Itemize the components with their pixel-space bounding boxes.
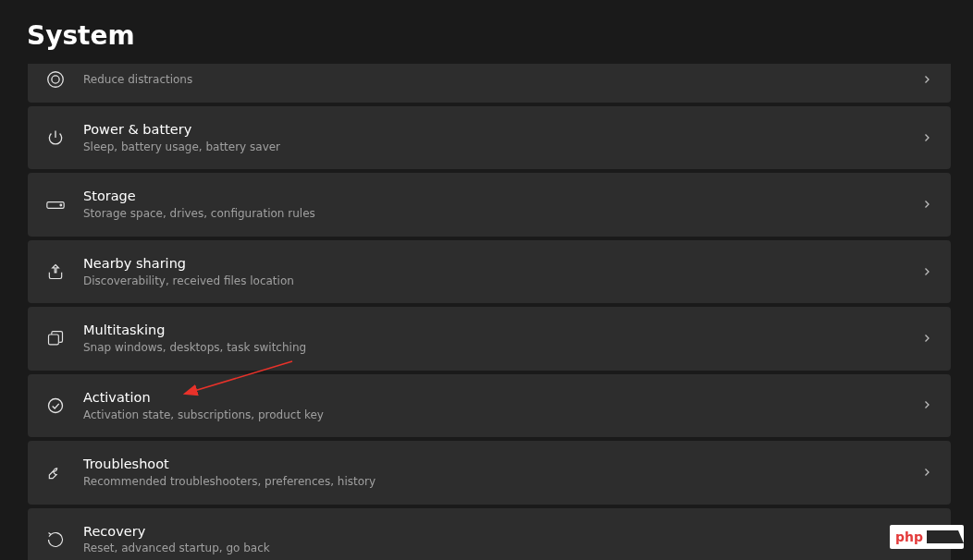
settings-item-title: Troubleshoot [83, 456, 921, 473]
settings-list: Reduce distractions Power & battery Slee… [0, 64, 973, 560]
svg-point-5 [49, 398, 63, 412]
chevron-right-icon [921, 263, 932, 281]
settings-item-desc: Reduce distractions [83, 73, 921, 88]
settings-item-multitasking[interactable]: Multitasking Snap windows, desktops, tas… [28, 307, 951, 370]
settings-item-focus[interactable]: Reduce distractions [28, 64, 951, 103]
settings-item-desc: Activation state, subscriptions, product… [83, 408, 921, 423]
storage-icon [43, 199, 68, 212]
watermark-text: php [895, 530, 923, 544]
focus-icon [43, 69, 68, 90]
settings-item-activation[interactable]: Activation Activation state, subscriptio… [28, 374, 951, 437]
settings-item-desc: Sleep, battery usage, battery saver [83, 140, 921, 155]
page-title: System [0, 0, 973, 51]
svg-rect-4 [49, 335, 59, 345]
activation-icon [43, 396, 68, 415]
settings-item-desc: Storage space, drives, configuration rul… [83, 207, 921, 222]
settings-item-desc: Discoverability, received files location [83, 274, 921, 289]
watermark-decor [927, 530, 958, 543]
share-icon [43, 262, 68, 281]
watermark-badge: php [890, 525, 964, 549]
settings-item-recovery[interactable]: Recovery Reset, advanced startup, go bac… [28, 508, 951, 560]
settings-item-title: Storage [83, 188, 921, 205]
settings-item-desc: Reset, advanced startup, go back [83, 542, 921, 556]
recovery-icon [43, 530, 68, 549]
settings-item-title: Recovery [83, 523, 921, 541]
svg-point-3 [60, 204, 62, 206]
settings-item-troubleshoot[interactable]: Troubleshoot Recommended troubleshooters… [28, 441, 951, 504]
settings-item-power[interactable]: Power & battery Sleep, battery usage, ba… [28, 106, 951, 169]
settings-item-title: Nearby sharing [83, 255, 921, 273]
settings-item-desc: Recommended troubleshooters, preferences… [83, 475, 921, 490]
chevron-right-icon [921, 196, 932, 213]
chevron-right-icon [921, 129, 932, 147]
settings-item-nearby-sharing[interactable]: Nearby sharing Discoverability, received… [28, 240, 951, 303]
multitask-icon [43, 330, 68, 348]
settings-item-storage[interactable]: Storage Storage space, drives, configura… [28, 173, 951, 236]
power-icon [43, 128, 68, 147]
settings-item-title: Multitasking [83, 322, 921, 339]
chevron-right-icon [921, 71, 932, 89]
chevron-right-icon [921, 464, 932, 481]
chevron-right-icon [921, 396, 932, 414]
settings-item-title: Activation [83, 389, 921, 407]
svg-point-1 [52, 76, 59, 83]
svg-point-0 [48, 72, 64, 88]
troubleshoot-icon [43, 463, 68, 481]
chevron-right-icon [921, 330, 932, 347]
settings-item-desc: Snap windows, desktops, task switching [83, 341, 921, 356]
settings-item-title: Power & battery [83, 121, 921, 139]
